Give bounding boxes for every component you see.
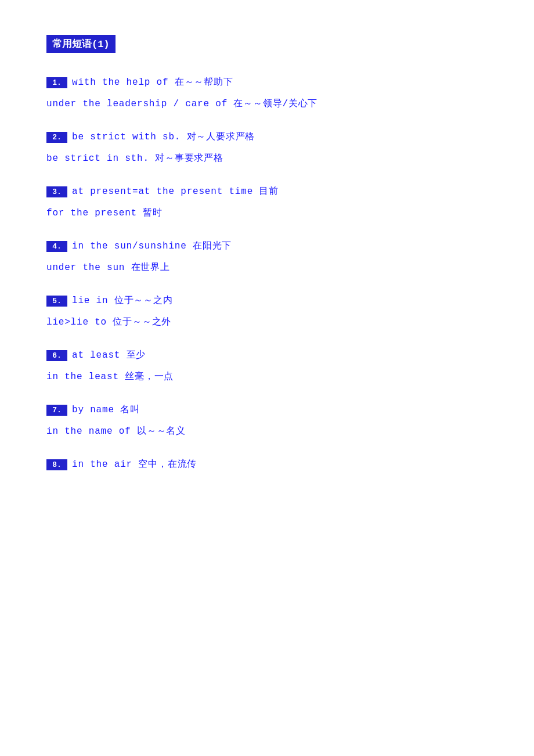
entry-text-1-2: be strict with sb. 对～人要求严格 xyxy=(72,131,255,143)
entry-line-2-4: under the sun 在世界上 xyxy=(46,261,488,273)
entry-line-2-7: in the name of 以～～名义 xyxy=(46,425,488,437)
entry-text-1-4: in the sun/sunshine 在阳光下 xyxy=(72,240,232,252)
entry-text-1-3: at present=at the present time 目前 xyxy=(72,185,279,197)
entry-line-1-3: 3.at present=at the present time 目前 xyxy=(46,185,488,197)
number-badge-8: 8. xyxy=(46,459,67,470)
entry-line-1-6: 6.at least 至少 xyxy=(46,349,488,361)
entry-text-1-8: in the air 空中，在流传 xyxy=(72,458,197,470)
entry-text-2-4: under the sun 在世界上 xyxy=(46,261,170,273)
entry-text-2-2: be strict in sth. 对～事要求严格 xyxy=(46,152,223,164)
entry-1: 1.with the help of 在～～帮助下under the leade… xyxy=(46,76,488,110)
entry-line-2-2: be strict in sth. 对～事要求严格 xyxy=(46,152,488,164)
number-badge-2: 2. xyxy=(46,132,67,143)
entry-6: 6.at least 至少in the least 丝毫，一点 xyxy=(46,349,488,383)
entry-2: 2.be strict with sb. 对～人要求严格be strict in… xyxy=(46,131,488,164)
number-badge-6: 6. xyxy=(46,350,67,361)
number-badge-1: 1. xyxy=(46,77,67,88)
number-badge-5: 5. xyxy=(46,296,67,307)
entry-text-2-3: for the present 暂时 xyxy=(46,207,163,219)
entry-8: 8.in the air 空中，在流传 xyxy=(46,458,488,470)
entry-text-1-7: by name 名叫 xyxy=(72,404,140,416)
entry-text-1-5: lie in 位于～～之内 xyxy=(72,294,173,307)
entry-text-2-5: lie>lie to 位于～～之外 xyxy=(46,316,171,328)
entry-text-2-6: in the least 丝毫，一点 xyxy=(46,370,174,383)
entry-line-1-2: 2.be strict with sb. 对～人要求严格 xyxy=(46,131,488,143)
entry-text-2-1: under the leadership / care of 在～～领导/关心下 xyxy=(46,98,317,110)
entry-line-1-4: 4.in the sun/sunshine 在阳光下 xyxy=(46,240,488,252)
entry-text-2-7: in the name of 以～～名义 xyxy=(46,425,186,437)
entry-7: 7.by name 名叫in the name of 以～～名义 xyxy=(46,404,488,437)
entry-line-2-6: in the least 丝毫，一点 xyxy=(46,370,488,383)
number-badge-7: 7. xyxy=(46,405,67,416)
entry-text-1-1: with the help of 在～～帮助下 xyxy=(72,76,233,88)
entry-line-1-8: 8.in the air 空中，在流传 xyxy=(46,458,488,470)
entries-list: 1.with the help of 在～～帮助下under the leade… xyxy=(46,76,488,470)
entry-5: 5.lie in 位于～～之内lie>lie to 位于～～之外 xyxy=(46,294,488,328)
entry-line-1-1: 1.with the help of 在～～帮助下 xyxy=(46,76,488,88)
entry-4: 4.in the sun/sunshine 在阳光下under the sun … xyxy=(46,240,488,273)
number-badge-4: 4. xyxy=(46,241,67,252)
entry-line-1-7: 7.by name 名叫 xyxy=(46,404,488,416)
page-title: 常用短语(1) xyxy=(46,35,116,53)
entry-line-1-5: 5.lie in 位于～～之内 xyxy=(46,294,488,307)
entry-text-1-6: at least 至少 xyxy=(72,349,146,361)
entry-3: 3.at present=at the present time 目前for t… xyxy=(46,185,488,219)
entry-line-2-1: under the leadership / care of 在～～领导/关心下 xyxy=(46,98,488,110)
number-badge-3: 3. xyxy=(46,186,67,197)
entry-line-2-3: for the present 暂时 xyxy=(46,207,488,219)
entry-line-2-5: lie>lie to 位于～～之外 xyxy=(46,316,488,328)
